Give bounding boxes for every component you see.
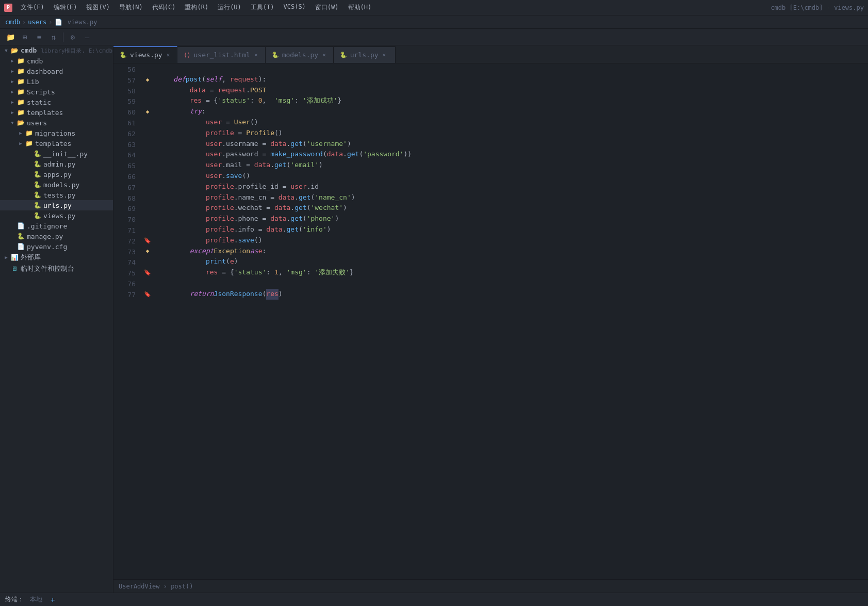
sidebar-pyvenv-spacer xyxy=(8,242,17,251)
breadcrumb-file: 📄 views.py xyxy=(55,19,97,26)
sidebar-urls-spacer xyxy=(25,201,33,209)
menu-navigate[interactable]: 导航(N) xyxy=(115,2,147,13)
sidebar-item-templates-root[interactable]: ▶ 📁 templates xyxy=(0,107,113,118)
add-terminal-btn[interactable]: + xyxy=(48,596,57,604)
sidebar-item-cmdb[interactable]: ▶ 📁 cmdb xyxy=(0,56,113,66)
toolbar-structure-icon[interactable]: ⊞ xyxy=(19,31,31,43)
sidebar-scripts-arrow[interactable]: ▶ xyxy=(8,88,17,96)
sidebar-migrations-label: migrations xyxy=(35,129,75,137)
menu-window[interactable]: 窗口(W) xyxy=(311,2,343,13)
sidebar-init-icon: 🐍 xyxy=(33,150,41,158)
sidebar-views-spacer xyxy=(25,211,33,220)
tab-models-py[interactable]: 🐍 models.py ✕ xyxy=(266,46,334,63)
tab-models-close[interactable]: ✕ xyxy=(321,52,327,58)
toolbar-settings-icon[interactable]: ⚙ xyxy=(67,31,79,43)
menu-edit[interactable]: 编辑(E) xyxy=(50,2,81,13)
sidebar-cmdb-arrow[interactable]: ▶ xyxy=(8,57,17,65)
code-line-75: res = {'status': 1, 'msg': '添加失败'} xyxy=(153,267,868,278)
sidebar-static-arrow[interactable]: ▶ xyxy=(8,98,17,106)
code-line-74: print(e) xyxy=(153,256,868,267)
sidebar-apps-icon: 🐍 xyxy=(33,170,41,178)
tab-urls-close[interactable]: ✕ xyxy=(382,52,387,58)
menu-code[interactable]: 代码(C) xyxy=(148,2,180,13)
menu-refactor[interactable]: 重构(R) xyxy=(181,2,212,13)
sidebar-users-arrow[interactable]: ▼ xyxy=(8,119,17,127)
sidebar-templates-users-icon: 📁 xyxy=(25,139,33,148)
sidebar-item-tests[interactable]: 🐍 tests.py xyxy=(0,190,113,200)
sidebar-item-admin[interactable]: 🐍 admin.py xyxy=(0,159,113,169)
sidebar-extlibs-arrow[interactable]: ▶ xyxy=(2,253,10,261)
sidebar-templates-root-arrow[interactable]: ▶ xyxy=(8,108,17,117)
sidebar-item-urls[interactable]: 🐍 urls.py xyxy=(0,200,113,210)
sidebar-item-init[interactable]: 🐍 __init__.py xyxy=(0,149,113,159)
code-editor[interactable]: 56 57 58 59 60 61 62 63 64 65 66 67 68 6… xyxy=(113,63,868,579)
sidebar-tests-label: tests.py xyxy=(43,191,76,199)
menu-help[interactable]: 帮助(H) xyxy=(344,2,376,13)
sidebar-item-pyvenv[interactable]: 📄 pyvenv.cfg xyxy=(0,241,113,252)
tab-urls-py[interactable]: 🐍 urls.py ✕ xyxy=(334,46,396,63)
menu-tools[interactable]: 工具(T) xyxy=(247,2,279,13)
sidebar-gitignore-spacer xyxy=(8,222,17,230)
code-line-73: except Exception as e: xyxy=(153,246,868,257)
tab-models-icon: 🐍 xyxy=(272,52,279,58)
editor-breadcrumb: UserAddView › post() xyxy=(119,583,193,590)
sidebar-item-migrations[interactable]: ▶ 📁 migrations xyxy=(0,128,113,138)
sidebar-root-arrow[interactable]: ▼ xyxy=(2,46,10,55)
tab-html-label: user_list.html xyxy=(194,51,251,59)
sidebar-item-scripts[interactable]: ▶ 📁 Scripts xyxy=(0,87,113,97)
tab-views-py-label: views.py xyxy=(130,51,162,59)
tab-user-list-html[interactable]: ⟨⟩ user_list.html ✕ xyxy=(177,46,265,63)
tab-views-py-icon: 🐍 xyxy=(120,52,127,58)
sidebar-item-gitignore[interactable]: 📄 .gitignore xyxy=(0,221,113,231)
sidebar-manage-icon: 🐍 xyxy=(17,232,25,240)
sidebar-migrations-arrow[interactable]: ▶ xyxy=(17,129,25,137)
tab-urls-icon: 🐍 xyxy=(340,52,347,58)
sidebar-urls-icon: 🐍 xyxy=(33,201,41,209)
sidebar-templates-users-arrow[interactable]: ▶ xyxy=(17,139,25,148)
sidebar-item-dashboard[interactable]: ▶ 📁 dashboard xyxy=(0,66,113,76)
sidebar-item-manage[interactable]: 🐍 manage.py xyxy=(0,231,113,241)
title-bar: P 文件(F) 编辑(E) 视图(V) 导航(N) 代码(C) 重构(R) 运行… xyxy=(0,0,868,15)
sidebar-root[interactable]: ▼ 📂 cmdb library根目录, E:\cmdb xyxy=(0,45,113,56)
menu-run[interactable]: 运行(U) xyxy=(214,2,245,13)
sidebar-item-scratch[interactable]: 🖥 临时文件和控制台 xyxy=(0,263,113,274)
sidebar-scratch-label: 临时文件和控制台 xyxy=(21,264,74,273)
code-line-62: profile = Profile() xyxy=(153,128,868,139)
toolbar-collapse-icon[interactable]: — xyxy=(81,31,93,43)
breadcrumb-cmdb[interactable]: cmdb xyxy=(5,19,20,26)
sidebar-item-views[interactable]: 🐍 views.py xyxy=(0,210,113,221)
sidebar-item-apps[interactable]: 🐍 apps.py xyxy=(0,169,113,179)
sidebar-item-models[interactable]: 🐍 models.py xyxy=(0,179,113,190)
tab-views-py[interactable]: 🐍 views.py ✕ xyxy=(113,46,177,63)
sidebar-extlibs-label: 外部库 xyxy=(21,253,41,262)
sidebar-root-label: cmdb library根目录, E:\cmdb xyxy=(21,46,112,55)
sidebar-item-templates-users[interactable]: ▶ 📁 templates xyxy=(0,138,113,149)
sidebar-cmdb-icon: 📁 xyxy=(17,57,25,65)
menu-view[interactable]: 视图(V) xyxy=(82,2,114,13)
menu-file[interactable]: 文件(F) xyxy=(17,2,48,13)
sidebar-item-external-libs[interactable]: ▶ 📊 外部库 xyxy=(0,252,113,263)
code-content[interactable]: def post(self, request): data = request.… xyxy=(153,63,868,579)
sidebar-admin-spacer xyxy=(25,160,33,168)
code-line-77: return JsonResponse(res) xyxy=(153,289,868,300)
sidebar-item-users[interactable]: ▼ 📂 users xyxy=(0,118,113,128)
breadcrumb-users[interactable]: users xyxy=(28,19,46,26)
sidebar-gitignore-icon: 📄 xyxy=(17,222,25,230)
sidebar-pyvenv-icon: 📄 xyxy=(17,242,25,251)
sidebar-static-label: static xyxy=(27,99,51,106)
sidebar-dashboard-arrow[interactable]: ▶ xyxy=(8,67,17,75)
toolbar: 📁 ⊞ ≡ ⇅ ⚙ — xyxy=(0,29,868,45)
sidebar-cmdb-label: cmdb xyxy=(27,57,43,65)
toolbar-filter-icon[interactable]: ⇅ xyxy=(47,31,60,43)
tab-urls-label: urls.py xyxy=(350,51,379,59)
toolbar-sort-icon[interactable]: ≡ xyxy=(33,31,45,43)
terminal-local-btn[interactable]: 本地 xyxy=(28,595,44,604)
sidebar-item-lib[interactable]: ▶ 📁 Lib xyxy=(0,76,113,87)
toolbar-project-icon[interactable]: 📁 xyxy=(4,31,17,43)
menu-vcs[interactable]: VCS(S) xyxy=(280,2,310,13)
sidebar-item-static[interactable]: ▶ 📁 static xyxy=(0,97,113,107)
tab-html-close[interactable]: ✕ xyxy=(253,52,259,58)
tab-views-py-close[interactable]: ✕ xyxy=(166,52,171,58)
sidebar-lib-arrow[interactable]: ▶ xyxy=(8,77,17,86)
code-line-64: user.password = make_password(data.get('… xyxy=(153,149,868,160)
